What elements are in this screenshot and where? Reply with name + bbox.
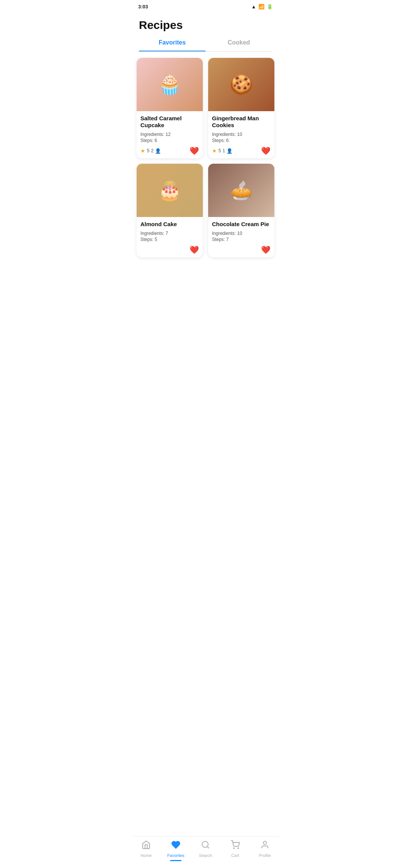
recipe-card-card4[interactable]: 🥧 Chocolate Cream Pie Ingredients: 10 St… bbox=[208, 164, 274, 257]
card-title: Salted Caramel Cupcake bbox=[140, 115, 199, 129]
page-title: Recipes bbox=[131, 12, 280, 35]
card-ingredients: Ingredients: 10 bbox=[212, 132, 271, 137]
status-icons: ▲ 📶 🔋 bbox=[251, 4, 273, 10]
tab-cooked[interactable]: Cooked bbox=[206, 35, 272, 51]
reviews-count: 1 bbox=[223, 148, 225, 153]
star-icon: ★ bbox=[140, 148, 145, 154]
card-title: Almond Cake bbox=[140, 221, 199, 228]
status-time: 3:03 bbox=[138, 4, 148, 10]
cards-grid: 🧁 Salted Caramel Cupcake Ingredients: 12… bbox=[131, 58, 280, 292]
card-image: 🧁 bbox=[137, 58, 203, 111]
card-steps: Steps: 5 bbox=[140, 237, 199, 242]
card-rating: ★ 5 2 👤 bbox=[140, 148, 161, 154]
card-body: Gingerbread Man Cookies Ingredients: 10 … bbox=[208, 111, 274, 158]
card-image: 🎂 bbox=[137, 164, 203, 217]
battery-icon: 🔋 bbox=[267, 4, 273, 10]
card-image: 🥧 bbox=[208, 164, 274, 217]
tabs-container: Favorites Cooked bbox=[139, 35, 272, 52]
tab-favorites[interactable]: Favorites bbox=[139, 35, 206, 51]
card-footer: ❤️ bbox=[212, 245, 271, 254]
recipe-card-card1[interactable]: 🧁 Salted Caramel Cupcake Ingredients: 12… bbox=[137, 58, 203, 158]
card-title: Chocolate Cream Pie bbox=[212, 221, 271, 228]
card-image: 🍪 bbox=[208, 58, 274, 111]
card-steps: Steps: 7 bbox=[212, 237, 271, 242]
status-bar: 3:03 ▲ 📶 🔋 bbox=[131, 0, 280, 12]
recipe-card-card2[interactable]: 🍪 Gingerbread Man Cookies Ingredients: 1… bbox=[208, 58, 274, 158]
card-footer: ★ 5 1 👤 ❤️ bbox=[212, 146, 271, 155]
favorite-button[interactable]: ❤️ bbox=[190, 146, 199, 155]
person-icon: 👤 bbox=[155, 148, 161, 154]
card-ingredients: Ingredients: 12 bbox=[140, 132, 199, 137]
card-rating: ★ 5 1 👤 bbox=[212, 148, 233, 154]
card-ingredients: Ingredients: 10 bbox=[212, 231, 271, 236]
star-icon: ★ bbox=[212, 148, 217, 154]
favorite-button[interactable]: ❤️ bbox=[190, 245, 199, 254]
card-title: Gingerbread Man Cookies bbox=[212, 115, 271, 129]
favorite-button[interactable]: ❤️ bbox=[261, 245, 271, 254]
card-body: Chocolate Cream Pie Ingredients: 10 Step… bbox=[208, 217, 274, 257]
card-steps: Steps: 6 bbox=[212, 138, 271, 143]
person-icon: 👤 bbox=[226, 148, 233, 154]
wifi-icon: ▲ bbox=[251, 4, 256, 10]
card-body: Almond Cake Ingredients: 7 Steps: 5 ❤️ bbox=[137, 217, 203, 257]
recipe-card-card3[interactable]: 🎂 Almond Cake Ingredients: 7 Steps: 5 ❤️ bbox=[137, 164, 203, 257]
card-footer: ★ 5 2 👤 ❤️ bbox=[140, 146, 199, 155]
rating-value: 5 bbox=[147, 148, 150, 153]
reviews-count: 2 bbox=[151, 148, 154, 153]
card-footer: ❤️ bbox=[140, 245, 199, 254]
signal-icon: 📶 bbox=[258, 4, 264, 10]
card-body: Salted Caramel Cupcake Ingredients: 12 S… bbox=[137, 111, 203, 158]
card-ingredients: Ingredients: 7 bbox=[140, 231, 199, 236]
card-steps: Steps: 6 bbox=[140, 138, 199, 143]
rating-value: 5 bbox=[218, 148, 221, 153]
favorite-button[interactable]: ❤️ bbox=[261, 146, 271, 155]
